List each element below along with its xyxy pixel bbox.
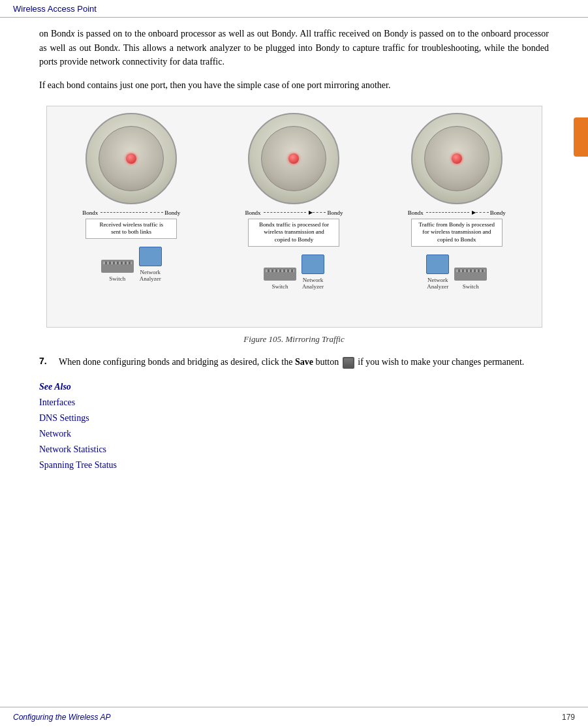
orange-tab	[574, 117, 588, 157]
step-7: 7. When done configuring bonds and bridg…	[39, 355, 549, 369]
panel-bottom-2: Switch NetworkAnalyzer	[264, 253, 324, 290]
paragraph-1: on Bondx is passed on to the onboard pro…	[39, 27, 549, 69]
device-inner-1	[99, 126, 164, 191]
figure-container: Bondx Bondy Received wireless traffic is…	[39, 106, 549, 345]
link-network[interactable]: Network	[39, 426, 549, 442]
caption-3: Traffic from Bondy is processedfor wirel…	[411, 219, 503, 247]
switch-icon-3	[454, 268, 487, 281]
caption-1: Received wireless traffic issent to both…	[85, 219, 177, 239]
page-footer: Configuring the Wireless AP 179	[0, 707, 588, 727]
device-led-1	[126, 153, 136, 164]
figure-caption: Figure 105. Mirroring Traffic	[39, 334, 549, 345]
paragraph-2: If each bond contains just one port, the…	[39, 78, 549, 93]
link-network-statistics[interactable]: Network Statistics	[39, 442, 549, 457]
device-inner-2	[261, 126, 326, 191]
link-interfaces[interactable]: Interfaces	[39, 395, 549, 410]
device-inner-3	[424, 126, 489, 191]
analyzer-icon-2a	[302, 255, 324, 274]
switch-item-2: Switch	[264, 266, 296, 290]
main-content: on Bondx is passed on to the onboard pro…	[0, 18, 588, 482]
analyzer-label-2a: NetworkAnalyzer	[302, 277, 324, 290]
bond-label-x-1: Bondx	[82, 209, 98, 216]
figure-image: Bondx Bondy Received wireless traffic is…	[46, 106, 542, 328]
device-led-2	[288, 153, 299, 164]
caption-2: Bondx traffic is processed forwireless t…	[248, 219, 339, 247]
analyzer-label-3a: NetworkAnalyzer	[427, 277, 448, 290]
analyzer-item-2a: NetworkAnalyzer	[302, 253, 324, 290]
switch-item-1: Switch	[101, 258, 134, 282]
see-also-label: See Also	[39, 382, 549, 392]
link-spanning-tree-status[interactable]: Spanning Tree Status	[39, 457, 549, 473]
save-icon	[343, 357, 354, 369]
analyzer-item-1: NetworkAnalyzer	[139, 245, 162, 282]
diagram-panel-3: Bondx ▶ Bondy Traffic from Bondy is proc…	[384, 113, 530, 290]
diagram-panels: Bondx Bondy Received wireless traffic is…	[47, 106, 542, 327]
device-circle-3	[411, 113, 503, 204]
switch-label-2: Switch	[271, 283, 288, 290]
panel-bottom-1: Switch NetworkAnalyzer	[101, 245, 162, 282]
bond-label-x-3: Bondx	[408, 209, 424, 216]
bond-label-y-2: Bondy	[327, 209, 343, 216]
bond-label-y-3: Bondy	[490, 209, 506, 216]
switch-icon-2	[264, 268, 296, 281]
analyzer-label-1: NetworkAnalyzer	[140, 269, 161, 282]
footer-left: Configuring the Wireless AP	[13, 713, 111, 722]
diagram-panel-2: Bondx ▶ Bondy Bondx traffic is processed…	[221, 113, 367, 290]
header-title: Wireless Access Point	[13, 4, 97, 14]
switch-icon-1	[101, 260, 134, 273]
device-led-3	[452, 153, 462, 164]
analyzer-icon-1	[139, 247, 162, 266]
switch-label-3: Switch	[463, 283, 479, 290]
analyzer-icon-3a	[426, 255, 449, 274]
diagram-panel-1: Bondx Bondy Received wireless traffic is…	[58, 113, 204, 282]
switch-item-3: Switch	[454, 266, 487, 290]
page-header: Wireless Access Point	[0, 0, 588, 18]
bond-label-y-1: Bondy	[164, 209, 180, 216]
see-also-section: See Also Interfaces DNS Settings Network…	[39, 382, 549, 472]
device-circle-2	[248, 113, 339, 204]
bond-label-x-2: Bondx	[245, 209, 260, 216]
analyzer-item-3a: NetworkAnalyzer	[426, 253, 449, 290]
device-circle-1	[85, 113, 177, 204]
switch-label-1: Switch	[109, 275, 125, 282]
link-dns-settings[interactable]: DNS Settings	[39, 410, 549, 426]
step-number: 7.	[39, 355, 59, 366]
panel-bottom-3: NetworkAnalyzer Switch	[426, 253, 487, 290]
footer-right: 179	[562, 713, 575, 722]
step-text: When done configuring bonds and bridging…	[59, 355, 524, 369]
